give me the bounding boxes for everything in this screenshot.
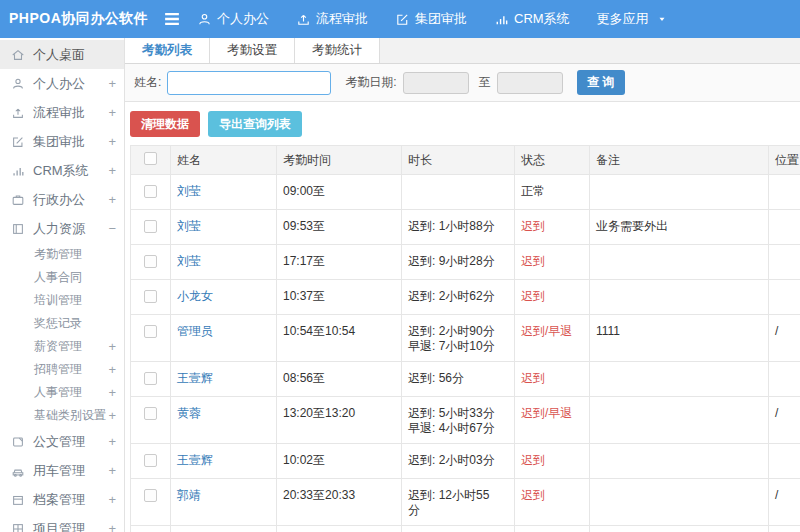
collapse-minus-icon[interactable]: −	[108, 222, 116, 235]
chart-icon	[11, 164, 25, 178]
row-checkbox[interactable]	[144, 325, 157, 338]
expand-plus-icon[interactable]: +	[108, 386, 116, 399]
sidebar-item-label: 流程审批	[33, 104, 85, 122]
expand-plus-icon[interactable]: +	[108, 193, 116, 206]
sidebar-item[interactable]: 人力资源−	[0, 214, 124, 243]
user-name-link[interactable]: 刘莹	[171, 175, 277, 210]
remark	[590, 479, 769, 526]
sidebar-item-label: 人力资源	[33, 220, 85, 238]
sidebar-subitem[interactable]: 人事管理+	[0, 381, 124, 404]
document-icon	[11, 435, 25, 449]
sidebar-item-label: 行政办公	[33, 191, 85, 209]
sidebar-item[interactable]: 公文管理+	[0, 427, 124, 456]
date-to-label: 至	[479, 74, 491, 91]
row-checkbox-cell	[131, 245, 171, 280]
user-name-link[interactable]: 黄蓉	[171, 526, 277, 532]
row-checkbox-cell	[131, 175, 171, 210]
topnav-item[interactable]: 更多应用	[597, 10, 667, 28]
row-checkbox[interactable]	[144, 255, 157, 268]
status-text: 迟到	[515, 245, 590, 280]
user-name-link[interactable]: 刘莹	[171, 245, 277, 280]
app-logo: PHPOA协同办公软件	[0, 10, 161, 28]
menu-icon[interactable]	[161, 8, 183, 30]
sidebar-item[interactable]: 用车管理+	[0, 456, 124, 485]
attendance-time: 08:56至	[277, 362, 402, 397]
user-name-link[interactable]: 管理员	[171, 315, 277, 362]
expand-plus-icon[interactable]: +	[108, 409, 116, 422]
row-checkbox[interactable]	[144, 454, 157, 467]
sidebar-subitem[interactable]: 招聘管理+	[0, 358, 124, 381]
topnav-item[interactable]: 流程审批	[296, 10, 368, 28]
user-name-link[interactable]: 王壹辉	[171, 362, 277, 397]
expand-plus-icon[interactable]: +	[108, 522, 116, 532]
expand-plus-icon[interactable]: +	[108, 340, 116, 353]
main-panel: 考勤列表考勤设置考勤统计 姓名: 考勤日期: 至 查 询 清理数据 导出查询列表…	[125, 38, 800, 532]
user-name-link[interactable]: 黄蓉	[171, 397, 277, 444]
row-checkbox-cell	[131, 444, 171, 479]
sidebar-item[interactable]: CRM系统+	[0, 156, 124, 185]
sidebar-item[interactable]: 集团审批+	[0, 127, 124, 156]
name-input[interactable]	[167, 71, 331, 95]
top-navigation: 个人办公流程审批集团审批CRM系统更多应用	[197, 10, 667, 28]
sidebar-subitem[interactable]: 培训管理	[0, 289, 124, 312]
sidebar-item[interactable]: 流程审批+	[0, 98, 124, 127]
expand-plus-icon[interactable]: +	[108, 493, 116, 506]
tab-item[interactable]: 考勤设置	[210, 38, 295, 63]
row-checkbox-cell	[131, 280, 171, 315]
row-checkbox[interactable]	[144, 220, 157, 233]
search-bar: 姓名: 考勤日期: 至 查 询	[125, 64, 800, 102]
date-end-input[interactable]	[497, 72, 563, 94]
expand-plus-icon[interactable]: +	[108, 164, 116, 177]
action-buttons: 清理数据 导出查询列表	[130, 111, 800, 137]
table-header-row: 姓名考勤时间时长状态备注位置	[131, 146, 800, 175]
date-start-input[interactable]	[403, 72, 469, 94]
user-name-link[interactable]: 刘莹	[171, 210, 277, 245]
topnav-item-label: 集团审批	[415, 10, 467, 28]
sidebar-subitem[interactable]: 薪资管理+	[0, 335, 124, 358]
sidebar-item[interactable]: 项目管理+	[0, 514, 124, 532]
expand-plus-icon[interactable]: +	[108, 435, 116, 448]
tab-item[interactable]: 考勤统计	[295, 38, 380, 63]
remark	[590, 175, 769, 210]
sidebar-subitem[interactable]: 人事合同	[0, 266, 124, 289]
clear-data-button[interactable]: 清理数据	[130, 111, 200, 137]
expand-plus-icon[interactable]: +	[108, 363, 116, 376]
name-label: 姓名:	[134, 74, 161, 91]
topnav-item[interactable]: CRM系统	[494, 10, 570, 28]
sidebar-item[interactable]: 个人办公+	[0, 69, 124, 98]
user-name-link[interactable]: 小龙女	[171, 280, 277, 315]
expand-plus-icon[interactable]: +	[108, 77, 116, 90]
duration	[402, 175, 515, 210]
select-all-checkbox[interactable]	[144, 152, 157, 165]
user-name-link[interactable]: 郭靖	[171, 479, 277, 526]
attendance-time: 10:02至	[277, 444, 402, 479]
sidebar-subitem[interactable]: 考勤管理	[0, 243, 124, 266]
export-list-button[interactable]: 导出查询列表	[208, 111, 302, 137]
topnav-item[interactable]: 集团审批	[395, 10, 467, 28]
row-checkbox[interactable]	[144, 185, 157, 198]
tab-active[interactable]: 考勤列表	[125, 38, 210, 63]
expand-plus-icon[interactable]: +	[108, 106, 116, 119]
workflow-icon	[11, 106, 25, 120]
sidebar-subitem-label: 人事合同	[34, 269, 82, 286]
user-name-link[interactable]: 王壹辉	[171, 444, 277, 479]
sidebar-item[interactable]: 个人桌面	[0, 40, 124, 69]
expand-plus-icon[interactable]: +	[108, 464, 116, 477]
table-row: 黄蓉20:32至20:32迟到: 12小时53 分迟到/	[131, 526, 800, 532]
expand-plus-icon[interactable]: +	[108, 135, 116, 148]
sidebar-item[interactable]: 行政办公+	[0, 185, 124, 214]
row-checkbox[interactable]	[144, 407, 157, 420]
query-button[interactable]: 查 询	[577, 70, 625, 95]
chart-icon	[494, 12, 509, 27]
select-all-cell	[131, 146, 171, 175]
sidebar-subitem[interactable]: 基础类别设置+	[0, 404, 124, 427]
sidebar-item-label: 个人办公	[33, 75, 85, 93]
sidebar-item[interactable]: 档案管理+	[0, 485, 124, 514]
row-checkbox[interactable]	[144, 489, 157, 502]
row-checkbox[interactable]	[144, 372, 157, 385]
topnav-item[interactable]: 个人办公	[197, 10, 269, 28]
sidebar-subitem-label: 奖惩记录	[34, 315, 82, 332]
content-area: 清理数据 导出查询列表 姓名考勤时间时长状态备注位置 刘莹09:00至正常刘莹0…	[125, 102, 800, 532]
sidebar-subitem[interactable]: 奖惩记录	[0, 312, 124, 335]
row-checkbox[interactable]	[144, 290, 157, 303]
